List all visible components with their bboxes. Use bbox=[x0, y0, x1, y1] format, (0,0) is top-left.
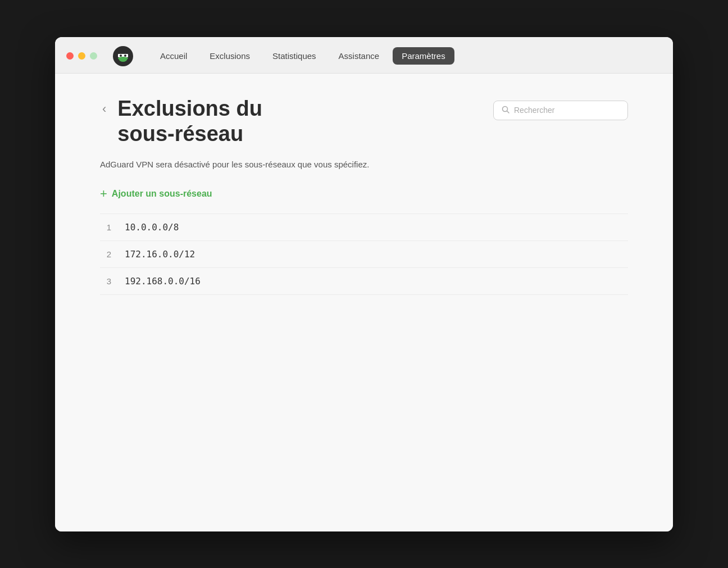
close-button[interactable] bbox=[66, 52, 74, 60]
page-title: Exclusions du sous-réseau bbox=[117, 96, 262, 147]
titlebar: Accueil Exclusions Statistiques Assistan… bbox=[55, 37, 673, 74]
search-icon bbox=[502, 106, 509, 115]
plus-icon: + bbox=[100, 188, 107, 200]
content-header: ‹ Exclusions du sous-réseau bbox=[100, 96, 628, 147]
subnet-item-1: 1 10.0.0.0/8 bbox=[100, 213, 628, 241]
subnet-number-2: 2 bbox=[100, 249, 111, 259]
svg-point-6 bbox=[118, 57, 128, 60]
add-button-label: Ajouter un sous-réseau bbox=[112, 189, 212, 199]
subnet-item-2: 2 172.16.0.0/12 bbox=[100, 241, 628, 268]
svg-point-3 bbox=[120, 54, 122, 57]
nav-item-assistance[interactable]: Assistance bbox=[330, 47, 389, 65]
maximize-button[interactable] bbox=[90, 52, 97, 60]
subnet-number-1: 1 bbox=[100, 222, 111, 232]
search-input[interactable] bbox=[514, 106, 620, 115]
add-subnet-button[interactable]: + Ajouter un sous-réseau bbox=[100, 188, 628, 200]
subnet-value-3: 192.168.0.0/16 bbox=[125, 276, 201, 287]
svg-line-8 bbox=[507, 111, 509, 113]
nav-item-statistiques[interactable]: Statistiques bbox=[263, 47, 325, 65]
minimize-button[interactable] bbox=[78, 52, 85, 60]
header-left: ‹ Exclusions du sous-réseau bbox=[100, 96, 262, 147]
subnet-value-2: 172.16.0.0/12 bbox=[125, 249, 195, 260]
search-box bbox=[493, 101, 628, 120]
svg-point-4 bbox=[124, 54, 126, 57]
main-nav: Accueil Exclusions Statistiques Assistan… bbox=[151, 47, 454, 65]
subnet-number-3: 3 bbox=[100, 276, 111, 286]
nav-item-parametres[interactable]: Paramètres bbox=[393, 47, 454, 65]
app-window: Accueil Exclusions Statistiques Assistan… bbox=[55, 37, 673, 531]
nav-item-exclusions[interactable]: Exclusions bbox=[201, 47, 259, 65]
traffic-lights bbox=[66, 52, 97, 60]
subnet-item-3: 3 192.168.0.0/16 bbox=[100, 268, 628, 295]
back-button[interactable]: ‹ bbox=[100, 101, 108, 117]
subnet-value-1: 10.0.0.0/8 bbox=[125, 222, 179, 233]
page-description: AdGuard VPN sera désactivé pour les sous… bbox=[100, 158, 381, 171]
nav-item-accueil[interactable]: Accueil bbox=[151, 47, 196, 65]
main-content: ‹ Exclusions du sous-réseau AdGuard VPN … bbox=[55, 74, 673, 531]
subnet-list: 1 10.0.0.0/8 2 172.16.0.0/12 3 192.168.0… bbox=[100, 213, 628, 295]
app-logo bbox=[113, 46, 133, 66]
